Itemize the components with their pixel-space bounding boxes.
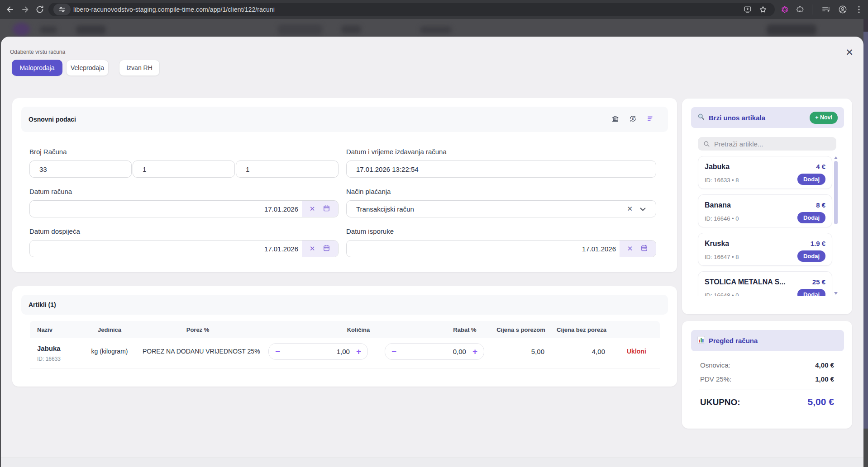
article-search-input[interactable]: Pretraži artikle... — [698, 137, 836, 151]
add-button[interactable]: Dodaj — [797, 250, 825, 262]
broj-racuna-input-3[interactable]: 1 — [236, 160, 339, 178]
pdv-value: 1,00 € — [815, 375, 834, 383]
item-price: 1.9 € — [811, 240, 825, 247]
datum-vrijeme-input[interactable]: 17.01.2026 13:22:54 — [346, 160, 656, 178]
tab-maloprodaja[interactable]: Maloprodaja — [12, 60, 62, 76]
col-cijena-s: Cijena s porezom — [496, 326, 545, 333]
minus-icon[interactable]: − — [275, 347, 280, 357]
article-id: ID: 16633 — [37, 356, 61, 362]
calendar-icon[interactable] — [323, 204, 330, 213]
item-name: Jabuka — [705, 163, 730, 171]
clear-select-icon[interactable]: ✕ — [627, 205, 633, 213]
clear-date-icon[interactable]: ✕ — [310, 205, 315, 213]
quick-add-title: Brzi unos artikala — [709, 114, 765, 122]
item-name: STOLICA METALNA S... — [705, 278, 786, 286]
price-with-tax: 5,00 — [510, 348, 544, 355]
datum-isporuke-input[interactable]: 17.01.2026 ✕ — [346, 240, 656, 257]
page-scrollbar[interactable] — [863, 19, 868, 467]
graphql-extension-icon[interactable] — [781, 5, 789, 14]
broj-racuna-input-2[interactable]: 1 — [133, 160, 235, 178]
site-info-icon[interactable] — [53, 4, 71, 15]
close-icon[interactable]: ✕ — [844, 47, 855, 58]
bar-chart-icon — [697, 336, 705, 345]
plus-icon[interactable]: + — [356, 347, 361, 357]
extensions-puzzle-icon[interactable] — [796, 5, 804, 14]
item-price: 25 € — [812, 278, 825, 286]
article-list-item[interactable]: Kruska 1.9 € ID: 16647 • 8 Dodaj — [698, 233, 832, 266]
menu-dots-icon[interactable] — [855, 5, 863, 14]
summary-card: Pregled računa Osnovica: 4,00 € PDV 25%:… — [682, 321, 852, 429]
datum-dospijeca-input[interactable]: 17.01.2026 ✕ — [29, 240, 339, 257]
list-scrollbar-up[interactable] — [834, 156, 838, 159]
item-meta: ID: 16633 • 8 — [705, 177, 739, 184]
item-price: 4 € — [816, 163, 825, 170]
reload-icon[interactable] — [35, 5, 44, 14]
browser-toolbar: libero-racunovodstvo-staging.compile-tim… — [0, 0, 868, 19]
article-row: Jabuka ID: 16633 kg (kilogram) POREZ NA … — [30, 338, 660, 368]
article-list-item[interactable]: STOLICA METALNA S... 25 € ID: 16648 • 0 … — [698, 271, 832, 296]
playlist-icon[interactable] — [821, 5, 830, 14]
calendar-icon[interactable] — [323, 244, 330, 253]
datum-racuna-input[interactable]: 17.01.2026 ✕ — [29, 200, 339, 217]
broj-racuna-label: Broj Računa — [29, 148, 67, 156]
list-scrollbar-thumb[interactable] — [834, 161, 838, 224]
articles-table-header: Naziv Jedinica Porez % Količina Rabat % … — [30, 321, 660, 338]
osnovica-value: 4,00 € — [815, 361, 834, 369]
list-scrollbar-down[interactable] — [834, 292, 838, 295]
clear-date-icon[interactable]: ✕ — [310, 245, 315, 253]
new-article-button[interactable]: + Novi — [810, 112, 838, 124]
address-bar[interactable]: libero-racunovodstvo-staging.compile-tim… — [48, 3, 775, 16]
tab-izvan-rh[interactable]: Izvan RH — [119, 60, 160, 76]
item-price: 8 € — [816, 201, 825, 209]
article-tax: POREZ NA DODANU VRIJEDNOST 25% — [143, 348, 260, 355]
article-unit: kg (kilogram) — [91, 348, 128, 355]
articles-card: Artikli (1) Naziv Jedinica Porez % Količ… — [12, 286, 677, 387]
add-button[interactable]: Dodaj — [797, 212, 825, 223]
summary-title: Pregled računa — [709, 337, 758, 344]
price-without-tax: 4,00 — [571, 348, 605, 355]
discount-stepper[interactable]: − 0,00 + — [385, 343, 484, 360]
page: libero-racunovodstvo-staging.compile-tim… — [0, 0, 868, 467]
col-kolicina: Količina — [347, 326, 370, 333]
bookmark-star-icon[interactable] — [759, 5, 767, 14]
article-list-item[interactable]: Jabuka 4 € ID: 16633 • 8 Dodaj — [698, 156, 832, 189]
minus-icon[interactable]: − — [391, 347, 396, 357]
align-list-icon[interactable] — [647, 115, 654, 124]
quantity-stepper[interactable]: − 1,00 + — [268, 343, 368, 360]
summary-divider — [699, 390, 834, 390]
remove-button[interactable]: Ukloni — [627, 348, 646, 355]
clear-date-icon[interactable]: ✕ — [627, 245, 633, 253]
basic-info-title: Osnovni podaci — [29, 116, 76, 123]
datum-isporuke-label: Datum isporuke — [346, 227, 394, 235]
calendar-icon[interactable] — [640, 244, 648, 253]
back-icon[interactable] — [5, 5, 14, 14]
broj-racuna-input-1[interactable]: 33 — [29, 160, 132, 178]
modal-footer — [1, 458, 863, 467]
add-button[interactable]: Dodaj — [797, 289, 825, 296]
col-naziv: Naziv — [37, 326, 52, 333]
bank-icon[interactable] — [611, 115, 619, 124]
col-rabat: Rabat % — [453, 326, 476, 333]
dimmed-logo — [13, 23, 30, 36]
chevron-down-icon[interactable] — [640, 205, 646, 213]
nacin-placanja-label: Način plaćanja — [346, 188, 391, 195]
tab-veleprodaja[interactable]: Veleprodaja — [66, 60, 109, 76]
datum-racuna-label: Datum računa — [29, 188, 72, 195]
profile-icon[interactable] — [838, 5, 847, 14]
item-meta: ID: 16647 • 8 — [705, 254, 739, 260]
articles-title: Artikli (1) — [29, 301, 56, 308]
article-list-item[interactable]: Banana 8 € ID: 16646 • 0 Dodaj — [698, 194, 832, 227]
forward-icon[interactable] — [21, 5, 30, 14]
url-text[interactable]: libero-racunovodstvo-staging.compile-tim… — [73, 3, 275, 16]
item-name: Banana — [705, 201, 731, 209]
article-name: Jabuka — [37, 344, 61, 352]
currency-exchange-icon[interactable]: $ — [629, 115, 637, 124]
datum-dospijeca-label: Datum dospijeća — [29, 227, 80, 235]
pdv-label: PDV 25%: — [700, 375, 731, 383]
add-button[interactable]: Dodaj — [797, 174, 825, 185]
plus-icon[interactable]: + — [472, 347, 477, 357]
install-icon[interactable] — [744, 5, 752, 14]
nacin-placanja-select[interactable]: Transakcijski račun ✕ — [346, 200, 656, 217]
col-cijena-bez: Cijena bez poreza — [557, 326, 606, 333]
article-list: Jabuka 4 € ID: 16633 • 8 Dodaj Banana 8 … — [682, 155, 852, 296]
